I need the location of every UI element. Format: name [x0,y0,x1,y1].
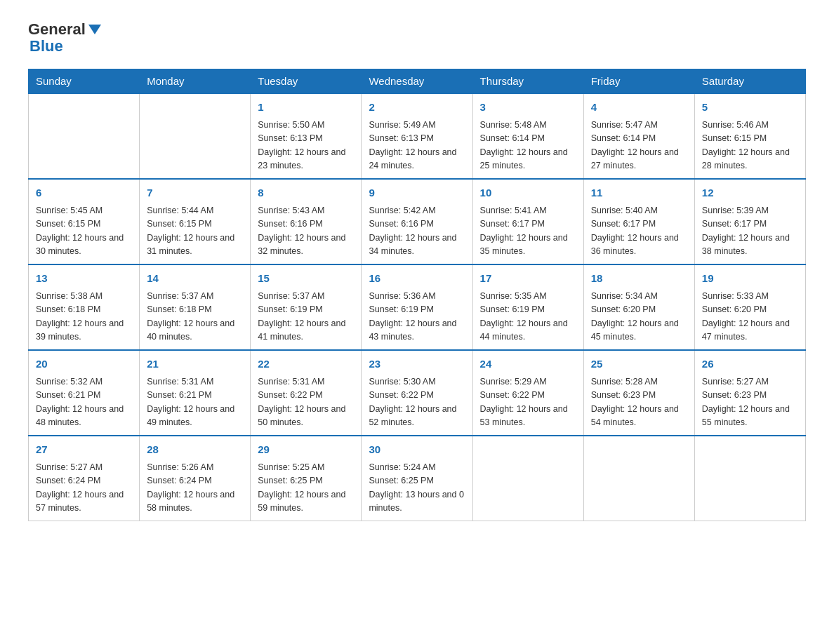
day-number: 5 [702,100,798,116]
day-cell-6: 6Sunrise: 5:45 AMSunset: 6:15 PMDaylight… [29,179,140,264]
day-cell-1: 1Sunrise: 5:50 AMSunset: 6:13 PMDaylight… [251,93,362,179]
empty-cell [140,93,251,179]
day-info: Sunrise: 5:40 AMSunset: 6:17 PMDaylight:… [591,204,687,259]
col-header-monday: Monday [140,69,251,94]
day-info: Sunrise: 5:35 AMSunset: 6:19 PMDaylight:… [480,290,576,344]
day-number: 4 [591,100,687,116]
day-cell-13: 13Sunrise: 5:38 AMSunset: 6:18 PMDayligh… [29,264,140,350]
day-cell-26: 26Sunrise: 5:27 AMSunset: 6:23 PMDayligh… [694,350,805,436]
empty-cell [694,436,805,521]
day-info: Sunrise: 5:31 AMSunset: 6:21 PMDaylight:… [147,375,243,430]
day-info: Sunrise: 5:39 AMSunset: 6:17 PMDaylight:… [702,204,798,259]
day-cell-25: 25Sunrise: 5:28 AMSunset: 6:23 PMDayligh… [583,350,694,436]
week-row-5: 27Sunrise: 5:27 AMSunset: 6:24 PMDayligh… [29,436,806,521]
calendar-table: SundayMondayTuesdayWednesdayThursdayFrid… [28,69,806,521]
day-cell-29: 29Sunrise: 5:25 AMSunset: 6:25 PMDayligh… [251,436,362,521]
day-number: 28 [147,442,243,458]
day-number: 2 [369,100,465,116]
day-number: 3 [480,100,576,116]
empty-cell [472,436,583,521]
calendar-header-row: SundayMondayTuesdayWednesdayThursdayFrid… [29,69,806,94]
day-info: Sunrise: 5:45 AMSunset: 6:15 PMDaylight:… [36,204,132,259]
day-cell-24: 24Sunrise: 5:29 AMSunset: 6:22 PMDayligh… [472,350,583,436]
day-info: Sunrise: 5:27 AMSunset: 6:24 PMDaylight:… [36,461,132,516]
day-info: Sunrise: 5:43 AMSunset: 6:16 PMDaylight:… [258,204,354,259]
day-info: Sunrise: 5:27 AMSunset: 6:23 PMDaylight:… [702,375,798,430]
day-info: Sunrise: 5:37 AMSunset: 6:19 PMDaylight:… [258,290,354,344]
day-cell-3: 3Sunrise: 5:48 AMSunset: 6:14 PMDaylight… [472,93,583,179]
day-info: Sunrise: 5:47 AMSunset: 6:14 PMDaylight:… [591,119,687,173]
day-info: Sunrise: 5:38 AMSunset: 6:18 PMDaylight:… [36,290,132,344]
week-row-4: 20Sunrise: 5:32 AMSunset: 6:21 PMDayligh… [29,350,806,436]
col-header-tuesday: Tuesday [251,69,362,94]
day-cell-30: 30Sunrise: 5:24 AMSunset: 6:25 PMDayligh… [362,436,472,521]
day-number: 27 [36,442,132,458]
day-number: 9 [369,185,465,201]
day-number: 11 [591,185,687,201]
day-number: 8 [258,185,354,201]
day-number: 22 [258,356,354,373]
col-header-saturday: Saturday [694,69,805,94]
day-number: 14 [147,271,243,287]
day-cell-23: 23Sunrise: 5:30 AMSunset: 6:22 PMDayligh… [362,350,472,436]
day-cell-28: 28Sunrise: 5:26 AMSunset: 6:24 PMDayligh… [140,436,251,521]
day-number: 13 [36,271,132,287]
day-cell-19: 19Sunrise: 5:33 AMSunset: 6:20 PMDayligh… [694,264,805,350]
day-cell-12: 12Sunrise: 5:39 AMSunset: 6:17 PMDayligh… [694,179,805,264]
day-info: Sunrise: 5:36 AMSunset: 6:19 PMDaylight:… [369,290,465,344]
logo-group: General Blue [28,21,101,55]
day-cell-15: 15Sunrise: 5:37 AMSunset: 6:19 PMDayligh… [251,264,362,350]
day-info: Sunrise: 5:34 AMSunset: 6:20 PMDaylight:… [591,290,687,344]
day-number: 18 [591,271,687,287]
col-header-friday: Friday [583,69,694,94]
day-cell-22: 22Sunrise: 5:31 AMSunset: 6:22 PMDayligh… [251,350,362,436]
day-cell-7: 7Sunrise: 5:44 AMSunset: 6:15 PMDaylight… [140,179,251,264]
day-number: 23 [369,356,465,373]
day-cell-21: 21Sunrise: 5:31 AMSunset: 6:21 PMDayligh… [140,350,251,436]
week-row-3: 13Sunrise: 5:38 AMSunset: 6:18 PMDayligh… [29,264,806,350]
day-cell-8: 8Sunrise: 5:43 AMSunset: 6:16 PMDaylight… [251,179,362,264]
day-info: Sunrise: 5:29 AMSunset: 6:22 PMDaylight:… [480,375,576,430]
day-number: 24 [480,356,576,373]
day-info: Sunrise: 5:49 AMSunset: 6:13 PMDaylight:… [369,119,465,173]
day-info: Sunrise: 5:42 AMSunset: 6:16 PMDaylight:… [369,204,465,259]
day-info: Sunrise: 5:32 AMSunset: 6:21 PMDaylight:… [36,375,132,430]
day-info: Sunrise: 5:48 AMSunset: 6:14 PMDaylight:… [480,119,576,173]
day-number: 20 [36,356,132,373]
day-cell-17: 17Sunrise: 5:35 AMSunset: 6:19 PMDayligh… [472,264,583,350]
day-cell-5: 5Sunrise: 5:46 AMSunset: 6:15 PMDaylight… [694,93,805,179]
day-number: 25 [591,356,687,373]
day-cell-27: 27Sunrise: 5:27 AMSunset: 6:24 PMDayligh… [29,436,140,521]
day-info: Sunrise: 5:33 AMSunset: 6:20 PMDaylight:… [702,290,798,344]
day-info: Sunrise: 5:25 AMSunset: 6:25 PMDaylight:… [258,461,354,516]
day-cell-10: 10Sunrise: 5:41 AMSunset: 6:17 PMDayligh… [472,179,583,264]
day-info: Sunrise: 5:46 AMSunset: 6:15 PMDaylight:… [702,119,798,173]
day-number: 10 [480,185,576,201]
day-cell-14: 14Sunrise: 5:37 AMSunset: 6:18 PMDayligh… [140,264,251,350]
day-cell-4: 4Sunrise: 5:47 AMSunset: 6:14 PMDaylight… [583,93,694,179]
day-info: Sunrise: 5:24 AMSunset: 6:25 PMDaylight:… [369,461,465,516]
day-cell-11: 11Sunrise: 5:40 AMSunset: 6:17 PMDayligh… [583,179,694,264]
day-number: 21 [147,356,243,373]
day-number: 29 [258,442,354,458]
day-number: 17 [480,271,576,287]
empty-cell [29,93,140,179]
day-cell-16: 16Sunrise: 5:36 AMSunset: 6:19 PMDayligh… [362,264,472,350]
day-info: Sunrise: 5:28 AMSunset: 6:23 PMDaylight:… [591,375,687,430]
day-cell-9: 9Sunrise: 5:42 AMSunset: 6:16 PMDaylight… [362,179,472,264]
day-cell-20: 20Sunrise: 5:32 AMSunset: 6:21 PMDayligh… [29,350,140,436]
day-number: 30 [369,442,465,458]
day-number: 15 [258,271,354,287]
day-info: Sunrise: 5:50 AMSunset: 6:13 PMDaylight:… [258,119,354,173]
week-row-2: 6Sunrise: 5:45 AMSunset: 6:15 PMDaylight… [29,179,806,264]
logo-blue-text: Blue [28,37,63,55]
empty-cell [583,436,694,521]
day-number: 19 [702,271,798,287]
logo-icon [88,25,101,34]
col-header-wednesday: Wednesday [362,69,472,94]
day-number: 26 [702,356,798,373]
day-info: Sunrise: 5:26 AMSunset: 6:24 PMDaylight:… [147,461,243,516]
week-row-1: 1Sunrise: 5:50 AMSunset: 6:13 PMDaylight… [29,93,806,179]
col-header-thursday: Thursday [472,69,583,94]
day-cell-2: 2Sunrise: 5:49 AMSunset: 6:13 PMDaylight… [362,93,472,179]
